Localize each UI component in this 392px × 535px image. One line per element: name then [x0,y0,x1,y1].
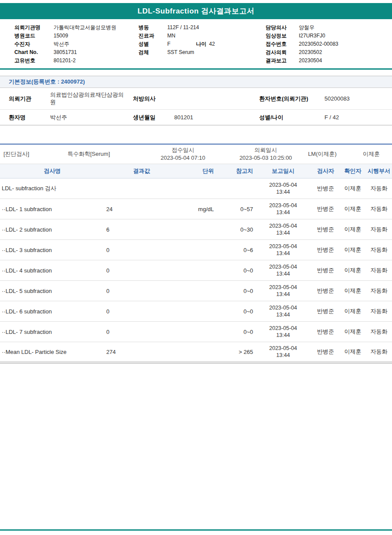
performing-department: 자동화 [366,322,392,342]
results-meta-row: [진단검사] 특수화학[Serum] 접수일시 2023-05-04 07:10… [0,144,392,164]
performing-department: 자동화 [366,219,392,240]
header-middle-column: 병동 112F / 11-214 진료과 MN 성별 F 나이 42 검체 SS… [139,24,266,65]
header-field-value: 박선주 [54,40,69,48]
header-field-row: 임상정보 I27UR3FJ0 [266,32,392,40]
results-column-header: 결과값 [105,164,179,178]
header-left-column: 의뢰기관명 가톨릭대학교서울성모병원 병원코드 15009 수진자 박선주 Ch… [14,24,139,65]
report-datetime: 2023-05-04 13:44 [255,281,311,301]
header-field-label-2: 나이 [196,40,206,48]
referring-org-value: 의료법인삼광의료재단삼광의원 [50,91,133,106]
results-column-header: 단위 [179,164,216,178]
header-field-row: 병동 112F / 11-214 [139,24,266,32]
reference-range [216,178,255,199]
tester-name: 반병준 [311,260,340,281]
header-field-row: 수진자 박선주 [14,40,139,48]
requested-value: 2023-05-03 10:25:00 [237,154,294,162]
header-field-row: 접수번호 20230502-00083 [266,40,392,48]
results-column-header: 보고일시 [255,164,311,178]
patient-name-label: 환자명 [9,114,50,121]
result-row: ··LDL- 2 subfraction 6 0~30 2023-05-04 1… [0,219,392,240]
results-column-header: 검사자 [311,164,340,178]
report-time: 13:44 [257,188,310,195]
header-field-row: 진료과 MN [139,32,266,40]
performing-department: 자동화 [366,199,392,219]
report-time: 13:44 [257,250,310,257]
header-field-row: 병원코드 15009 [14,32,139,40]
tester-name: 반병준 [311,240,340,260]
reference-range: 0~0 [216,260,255,281]
report-date: 2023-05-04 [257,345,310,352]
header-field-value: SST Serum [167,48,194,57]
report-time: 13:44 [257,229,310,236]
tester-name: 반병준 [311,178,340,199]
performing-department: 자동화 [366,301,392,322]
lab-section-name: LM(이제훈) [294,150,351,158]
header-field-value-2 [204,24,230,32]
report-datetime: 2023-05-04 13:44 [255,219,311,240]
reference-range: 0~6 [216,240,255,260]
header-field-value: I27UR3FJ0 [299,32,325,40]
tester-name: 반병준 [311,342,340,363]
report-datetime: 2023-05-04 13:44 [255,178,311,199]
results-table-body: LDL- subfraction 검사 2023-05-04 13:44 반병준… [0,178,392,363]
checker-name: 이제훈 [340,322,366,342]
result-value: 274 [105,342,179,363]
page-bottom-border [0,529,392,531]
reference-range: 0~0 [216,322,255,342]
results-header-row: 검사명 결과값 단위 참고치 보고일시 검사자 확인자 시행부서 [0,164,392,178]
result-value: 6 [105,219,179,240]
test-name: ··LDL- 5 subfraction [0,281,105,301]
header-field-value: 38051731 [54,48,77,57]
report-time: 13:44 [257,332,310,339]
header-field-row: 의뢰기관명 가톨릭대학교서울성모병원 [14,24,139,32]
patient-header: 의뢰기관명 가톨릭대학교서울성모병원 병원코드 15009 수진자 박선주 Ch… [0,19,392,68]
header-field-value: 20230502 [299,48,322,57]
report-date: 2023-05-04 [257,222,310,229]
checker-name: 이제훈 [340,219,366,240]
report-datetime: 2023-05-04 13:44 [255,342,311,363]
result-value: 0 [105,322,179,342]
report-date: 2023-05-04 [257,182,310,188]
report-date: 2023-05-04 [257,304,310,311]
header-field-row: Chart No. 38051731 [14,48,139,57]
header-field-label: 결과보고 [266,57,299,65]
results-section: [진단검사] 특수화학[Serum] 접수일시 2023-05-04 07:10… [0,144,392,363]
header-field-value: 20230502-00083 [299,40,338,48]
report-datetime: 2023-05-04 13:44 [255,301,311,322]
result-value: 0 [105,281,179,301]
results-column-header: 확인자 [340,164,366,178]
report-time: 13:44 [257,291,310,298]
performing-department: 자동화 [366,260,392,281]
basic-info-section-header: 기본정보(등록번호 : 2400972) [0,76,392,88]
performing-department: 자동화 [366,178,392,199]
checker-name: 이제훈 [340,281,366,301]
report-time: 13:44 [257,209,310,216]
results-column-header: 검사명 [0,164,105,178]
header-field-row: 고유번호 801201-2 [14,57,139,65]
header-field-label: 검체 [139,48,167,57]
checker-name: 이제훈 [340,260,366,281]
checker-name: 이제훈 [340,178,366,199]
sex-age-label: 성별/나이 [259,114,324,121]
test-name: ··LDL- 3 subfraction [0,240,105,260]
prescribing-doctor-label: 처방의사 [133,95,174,103]
received-datetime: 접수일시 2023-05-04 07:10 [128,146,237,162]
result-unit [179,240,216,260]
result-unit [179,260,216,281]
checker-name: 이제훈 [340,240,366,260]
tester-name: 반병준 [311,322,340,342]
header-field-label: 병동 [139,24,167,32]
sex-age-value: F / 42 [324,114,392,121]
test-name: ··LDL- 6 subfraction [0,301,105,322]
header-field-label: 진료과 [139,32,167,40]
header-field-label: 수진자 [14,40,54,48]
reference-range: > 265 [216,342,255,363]
report-time: 13:44 [257,352,310,359]
performing-department: 자동화 [366,240,392,260]
result-row: ··LDL- 7 subfraction 0 0~0 2023-05-04 13… [0,322,392,342]
header-field-value: 112F / 11-214 [167,24,199,32]
basic-info-row-2: 환자명 박선주 생년월일 801201 성별/나이 F / 42 [0,110,392,125]
birthdate-value: 801201 [174,114,259,121]
header-field-value: MN [167,32,193,40]
tester-name: 반병준 [311,301,340,322]
